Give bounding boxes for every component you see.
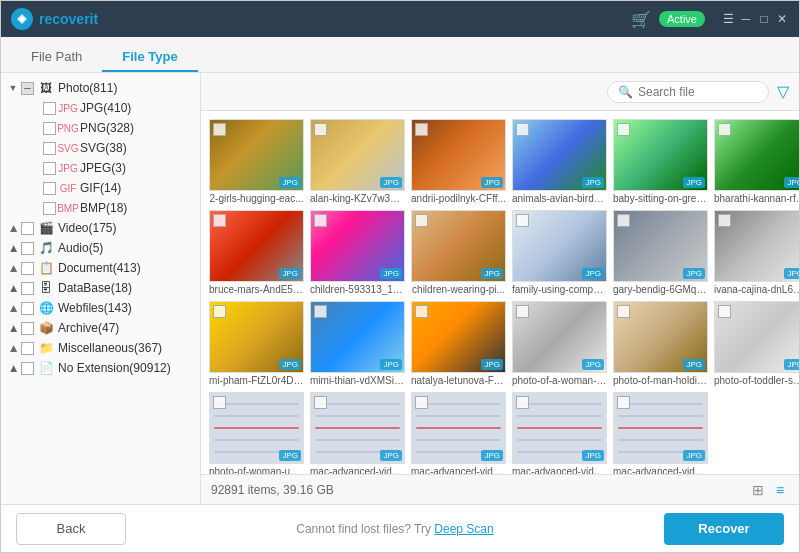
- list-item[interactable]: JPGanimals-avian-birds-...: [512, 119, 607, 204]
- thumb-checkbox[interactable]: [415, 123, 428, 136]
- list-item[interactable]: JPGmimi-thian-vdXMSiX...: [310, 301, 405, 386]
- grid-view-button[interactable]: ⊞: [749, 481, 767, 499]
- sidebar-item-archive[interactable]: ▶ 📦 Archive(47): [1, 318, 200, 338]
- checkbox-png[interactable]: [43, 122, 56, 135]
- checkbox-database[interactable]: [21, 282, 34, 295]
- sidebar-item-no-extension[interactable]: ▶ 📄 No Extension(90912): [1, 358, 200, 378]
- list-item[interactable]: JPGbaby-sitting-on-gree...: [613, 119, 708, 204]
- list-item[interactable]: JPGchildren-wearing-pi...: [411, 210, 506, 295]
- thumb-checkbox[interactable]: [213, 214, 226, 227]
- list-item[interactable]: JPGphoto-of-a-woman-h...: [512, 301, 607, 386]
- thumb-checkbox[interactable]: [213, 123, 226, 136]
- thumb-checkbox[interactable]: [314, 214, 327, 227]
- list-item[interactable]: JPGgary-bendig-6GMq7...: [613, 210, 708, 295]
- sidebar-item-document[interactable]: ▶ 📋 Document(413): [1, 258, 200, 278]
- minimize-button[interactable]: ─: [739, 12, 753, 26]
- search-input[interactable]: [638, 85, 758, 99]
- list-item[interactable]: JPGandrii-podilnyk-CFff...: [411, 119, 506, 204]
- checkbox-jpg[interactable]: [43, 102, 56, 115]
- checkbox-audio[interactable]: [21, 242, 34, 255]
- close-button[interactable]: ✕: [775, 12, 789, 26]
- list-item[interactable]: JPGbruce-mars-AndE50...: [209, 210, 304, 295]
- cart-icon[interactable]: 🛒: [631, 10, 651, 29]
- menu-button[interactable]: ☰: [721, 12, 735, 26]
- checkbox-webfiles[interactable]: [21, 302, 34, 315]
- checkbox-svg[interactable]: [43, 142, 56, 155]
- checkbox-bmp[interactable]: [43, 202, 56, 215]
- checkbox-miscellaneous[interactable]: [21, 342, 34, 355]
- sidebar-item-jpg[interactable]: ▶ JPG JPG(410): [1, 98, 200, 118]
- list-item[interactable]: JPGphoto-of-woman-usi...: [209, 392, 304, 474]
- window-controls: ☰ ─ □ ✕: [721, 12, 789, 26]
- thumb-checkbox[interactable]: [213, 305, 226, 318]
- type-badge: JPG: [380, 177, 402, 188]
- thumb-label: photo-of-woman-usi...: [209, 466, 304, 474]
- checkbox-archive[interactable]: [21, 322, 34, 335]
- sidebar-item-jpeg[interactable]: ▶ JPG JPEG(3): [1, 158, 200, 178]
- miscellaneous-label: Miscellaneous(367): [58, 341, 162, 355]
- list-item[interactable]: JPGmac-advanced-vide...: [613, 392, 708, 474]
- thumb-checkbox[interactable]: [213, 396, 226, 409]
- search-input-wrapper[interactable]: 🔍: [607, 81, 769, 103]
- checkbox-no-extension[interactable]: [21, 362, 34, 375]
- thumb-checkbox[interactable]: [415, 305, 428, 318]
- search-bar: 🔍 ▽: [201, 73, 799, 111]
- checkbox-video[interactable]: [21, 222, 34, 235]
- checkbox-photo[interactable]: ─: [21, 82, 34, 95]
- sidebar-item-video[interactable]: ▶ 🎬 Video(175): [1, 218, 200, 238]
- thumb-checkbox[interactable]: [516, 305, 529, 318]
- list-item[interactable]: JPGphoto-of-man-holdin...: [613, 301, 708, 386]
- list-item[interactable]: JPGalan-king-KZv7w34tl...: [310, 119, 405, 204]
- thumb-checkbox[interactable]: [516, 214, 529, 227]
- thumb-checkbox[interactable]: [718, 214, 731, 227]
- maximize-button[interactable]: □: [757, 12, 771, 26]
- list-view-button[interactable]: ≡: [771, 481, 789, 499]
- list-item[interactable]: JPGmi-pham-FtZL0r4DZ...: [209, 301, 304, 386]
- checkbox-gif[interactable]: [43, 182, 56, 195]
- thumb-checkbox[interactable]: [516, 396, 529, 409]
- sidebar-item-png[interactable]: ▶ PNG PNG(328): [1, 118, 200, 138]
- thumb-label: children-593313_19...: [310, 284, 405, 295]
- list-item[interactable]: JPGmac-advanced-vide...: [512, 392, 607, 474]
- list-item[interactable]: JPGfamily-using-comput...: [512, 210, 607, 295]
- sidebar-item-photo[interactable]: ▼ ─ 🖼 Photo(811): [1, 78, 200, 98]
- thumb-checkbox[interactable]: [718, 123, 731, 136]
- list-item[interactable]: JPGbharathi-kannan-rfL...: [714, 119, 799, 204]
- back-button[interactable]: Back: [16, 513, 126, 545]
- thumb-checkbox[interactable]: [314, 123, 327, 136]
- thumb-checkbox[interactable]: [617, 396, 630, 409]
- tab-file-path[interactable]: File Path: [11, 43, 102, 72]
- list-item[interactable]: JPGphoto-of-toddler-sm...: [714, 301, 799, 386]
- thumb-checkbox[interactable]: [314, 305, 327, 318]
- sidebar-item-database[interactable]: ▶ 🗄 DataBase(18): [1, 278, 200, 298]
- sidebar-item-svg[interactable]: ▶ SVG SVG(38): [1, 138, 200, 158]
- sidebar-item-gif[interactable]: ▶ GIF GIF(14): [1, 178, 200, 198]
- list-item[interactable]: JPGmac-advanced-vide...: [310, 392, 405, 474]
- thumb-checkbox[interactable]: [415, 214, 428, 227]
- checkbox-document[interactable]: [21, 262, 34, 275]
- type-badge: JPG: [582, 450, 604, 461]
- database-icon: 🗄: [38, 281, 54, 295]
- thumb-checkbox[interactable]: [516, 123, 529, 136]
- list-item[interactable]: JPG2-girls-hugging-eac...: [209, 119, 304, 204]
- sidebar-item-bmp[interactable]: ▶ BMP BMP(18): [1, 198, 200, 218]
- thumb-checkbox[interactable]: [617, 305, 630, 318]
- sidebar-item-webfiles[interactable]: ▶ 🌐 Webfiles(143): [1, 298, 200, 318]
- sidebar-item-audio[interactable]: ▶ 🎵 Audio(5): [1, 238, 200, 258]
- tab-file-type[interactable]: File Type: [102, 43, 197, 72]
- sidebar-item-miscellaneous[interactable]: ▶ 📁 Miscellaneous(367): [1, 338, 200, 358]
- filter-icon[interactable]: ▽: [777, 82, 789, 101]
- thumb-checkbox[interactable]: [617, 123, 630, 136]
- thumb-checkbox[interactable]: [617, 214, 630, 227]
- recover-button[interactable]: Recover: [664, 513, 784, 545]
- list-item[interactable]: JPGmac-advanced-vide...: [411, 392, 506, 474]
- checkbox-jpeg[interactable]: [43, 162, 56, 175]
- deep-scan-link[interactable]: Deep Scan: [434, 522, 493, 536]
- audio-icon: 🎵: [38, 241, 54, 255]
- thumb-checkbox[interactable]: [718, 305, 731, 318]
- list-item[interactable]: JPGchildren-593313_19...: [310, 210, 405, 295]
- list-item[interactable]: JPGnatalya-letunova-FW...: [411, 301, 506, 386]
- list-item[interactable]: JPGivana-cajina-dnL6Zl...: [714, 210, 799, 295]
- thumb-checkbox[interactable]: [415, 396, 428, 409]
- thumb-checkbox[interactable]: [314, 396, 327, 409]
